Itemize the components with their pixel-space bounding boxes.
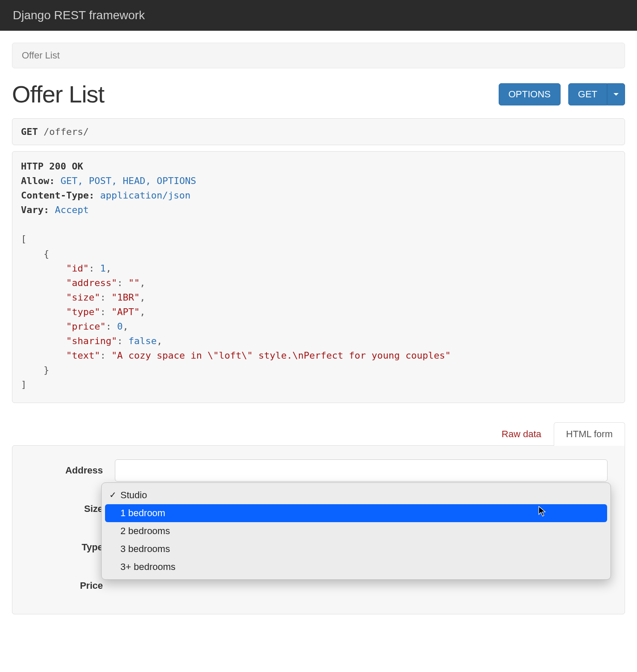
allow-header-value: GET, POST, HEAD, OPTIONS xyxy=(61,175,196,186)
form-panel: Address Size Studio1 bedroom2 bedrooms3 … xyxy=(12,445,625,614)
json-type-val: "APT" xyxy=(111,307,140,317)
json-price-key: "price" xyxy=(66,321,106,332)
response-panel: HTTP 200 OK Allow: GET, POST, HEAD, OPTI… xyxy=(12,151,625,403)
request-path: /offers/ xyxy=(44,126,89,137)
vary-header-value: Accept xyxy=(55,205,88,215)
response-body: HTTP 200 OK Allow: GET, POST, HEAD, OPTI… xyxy=(12,152,625,403)
json-sharing-val: false xyxy=(129,336,157,346)
json-address-key: "address" xyxy=(66,278,117,288)
navbar: Django REST framework xyxy=(0,0,637,31)
page-title: Offer List xyxy=(12,80,104,108)
request-method: GET xyxy=(21,126,38,137)
allow-header-name: Allow: xyxy=(21,175,55,186)
size-option[interactable]: 1 bedroom xyxy=(105,504,607,522)
size-option[interactable]: 3 bedrooms xyxy=(105,540,607,558)
json-sharing-key: "sharing" xyxy=(66,336,117,346)
tab-raw-data[interactable]: Raw data xyxy=(489,422,554,446)
address-label: Address xyxy=(29,465,115,476)
form-tabs: Raw data HTML form xyxy=(12,422,625,445)
main-container: Offer List Offer List OPTIONS GET GET /o… xyxy=(0,43,637,631)
size-dropdown: Studio1 bedroom2 bedrooms3 bedrooms3+ be… xyxy=(101,482,611,580)
tab-html-form[interactable]: HTML form xyxy=(554,422,625,446)
breadcrumb: Offer List xyxy=(12,43,625,68)
header-row: Offer List OPTIONS GET xyxy=(12,80,625,108)
vary-header-name: Vary: xyxy=(21,205,49,215)
json-text-val: "A cozy space in \"loft\" style.\nPerfec… xyxy=(111,350,451,361)
json-price-val: 0 xyxy=(117,321,123,332)
json-id-val: 1 xyxy=(100,263,105,274)
json-text-key: "text" xyxy=(66,350,100,361)
request-panel: GET /offers/ xyxy=(12,118,625,145)
get-dropdown-toggle[interactable] xyxy=(607,83,625,105)
options-button[interactable]: OPTIONS xyxy=(499,83,561,105)
status-line: HTTP 200 OK xyxy=(21,161,83,172)
breadcrumb-current: Offer List xyxy=(22,50,60,61)
json-size-key: "size" xyxy=(66,292,100,303)
size-option[interactable]: 2 bedrooms xyxy=(105,522,607,540)
address-input[interactable] xyxy=(115,459,608,482)
cursor-icon xyxy=(538,506,547,520)
get-button[interactable]: GET xyxy=(568,83,607,105)
json-id-key: "id" xyxy=(66,263,89,274)
request-line: GET /offers/ xyxy=(12,119,625,145)
json-type-key: "type" xyxy=(66,307,100,317)
ctype-header-name: Content-Type: xyxy=(21,190,94,201)
size-option[interactable]: Studio xyxy=(105,486,607,504)
form-row-address: Address xyxy=(29,459,608,482)
get-button-group: GET xyxy=(568,83,625,105)
brand-link[interactable]: Django REST framework xyxy=(13,9,145,22)
size-option[interactable]: 3+ bedrooms xyxy=(105,558,607,576)
caret-down-icon xyxy=(614,93,619,96)
action-buttons: OPTIONS GET xyxy=(499,83,625,105)
json-size-val: "1BR" xyxy=(111,292,140,303)
ctype-header-value: application/json xyxy=(100,190,190,201)
price-label: Price xyxy=(29,580,115,591)
form-row-size: Size Studio1 bedroom2 bedrooms3 bedrooms… xyxy=(29,498,608,520)
json-address-val: "" xyxy=(129,278,140,288)
